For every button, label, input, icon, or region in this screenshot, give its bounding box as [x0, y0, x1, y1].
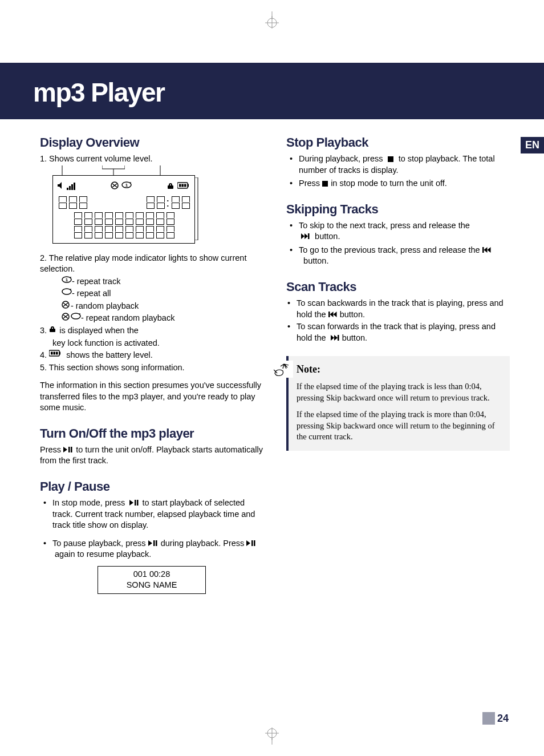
repeat-icon	[62, 288, 72, 296]
section-scan-tracks: Scan Tracks To scan backwards in the tra…	[286, 280, 510, 343]
play-pause-icon	[129, 500, 140, 507]
item-2-intro: 2. The relative play mode indicator ligh…	[40, 253, 263, 275]
heading-turn-onoff: Turn On/Off the mp3 player	[40, 426, 263, 441]
repeat-one-icon	[62, 276, 72, 284]
item-3-line2: key lock function is activated.	[52, 338, 263, 349]
mode-repeat-random: - repeat random playback	[62, 313, 263, 324]
prev-icon	[328, 312, 338, 318]
speaker-icon	[58, 182, 66, 190]
stop-icon	[388, 156, 394, 163]
heading-play-pause: Play / Pause	[40, 479, 263, 494]
note-paragraph-2: If the elapsed time of the playing track…	[297, 409, 502, 443]
prev-icon	[482, 247, 492, 254]
shuffle-icon	[111, 181, 120, 191]
section-display-overview: Display Overview 1. Shows current volume…	[40, 135, 263, 414]
note-title: Note:	[297, 363, 320, 375]
page-title: mp3 Player	[33, 77, 533, 108]
play-pause-icon	[246, 540, 257, 547]
item-5: 5. This section shows song information.	[40, 362, 263, 374]
item-1: 1. Shows current volume level.	[40, 153, 263, 165]
turn-onoff-text: Press to turn the unit on/off. Playback …	[40, 444, 263, 467]
play-pause-item-1: In stop mode, press to start playback of…	[40, 498, 263, 531]
item-4: 4. shows the battery level.	[40, 350, 263, 361]
section-turn-onoff: Turn On/Off the mp3 player Press to turn…	[40, 426, 263, 467]
lock-icon	[167, 182, 175, 190]
title-bar: mp3 Player	[0, 63, 544, 119]
scan-item-2: To scan forwards in the track that is pl…	[286, 321, 510, 343]
play-pause-icon	[148, 540, 159, 547]
note-paragraph-1: If the elapsed time of the playing track…	[297, 381, 502, 403]
lcd-example: 001 00:28 SONG NAME	[98, 566, 206, 594]
play-pause-icon	[63, 447, 74, 454]
lcd-line-1: 001 00:28	[102, 569, 202, 580]
shuffle-icon	[62, 313, 71, 322]
lcd-line-2: SONG NAME	[102, 580, 202, 591]
repeat-icon	[71, 313, 81, 321]
shuffle-icon	[62, 301, 71, 310]
battery-icon	[177, 182, 190, 190]
stop-item-1: During playback, press to stop playback.…	[286, 153, 510, 176]
skip-item-2: To go to the previous track, press and r…	[286, 245, 510, 267]
section-skipping-tracks: Skipping Tracks To skip to the next trac…	[286, 202, 510, 267]
heading-skipping-tracks: Skipping Tracks	[286, 202, 510, 217]
scan-item-1: To scan backwards in the track that is p…	[286, 298, 510, 320]
section-play-pause: Play / Pause In stop mode, press to star…	[40, 479, 263, 594]
mode-repeat-all: - repeat all	[62, 288, 263, 300]
heading-display-overview: Display Overview	[40, 135, 263, 150]
lock-icon	[49, 325, 57, 333]
skip-item-1: To skip to the next track, press and rel…	[286, 220, 510, 242]
stop-icon	[322, 181, 328, 187]
play-pause-item-2: To pause playback, press during playback…	[40, 538, 263, 560]
repeat-one-icon	[121, 181, 132, 189]
lcd-display-diagram: :	[52, 175, 195, 244]
section-stop-playback: Stop Playback During playback, press to …	[286, 135, 510, 189]
mode-random: - random playback	[62, 301, 263, 312]
display-overview-outro: The information in this section presumes…	[40, 380, 263, 414]
page-number: 24	[482, 712, 509, 725]
stop-item-2: Press in stop mode to turn the unit off.	[286, 178, 510, 189]
heading-scan-tracks: Scan Tracks	[286, 280, 510, 294]
item-3: 3. is displayed when the	[40, 325, 263, 337]
heading-stop-playback: Stop Playback	[286, 135, 510, 150]
note-icon	[274, 361, 293, 378]
next-icon	[331, 335, 340, 342]
next-icon	[301, 233, 310, 240]
note-block: Note: If the elapsed time of the playing…	[286, 356, 510, 451]
battery-icon	[49, 350, 62, 358]
language-tab: EN	[521, 137, 544, 153]
mode-repeat-track: - repeat track	[62, 276, 263, 288]
